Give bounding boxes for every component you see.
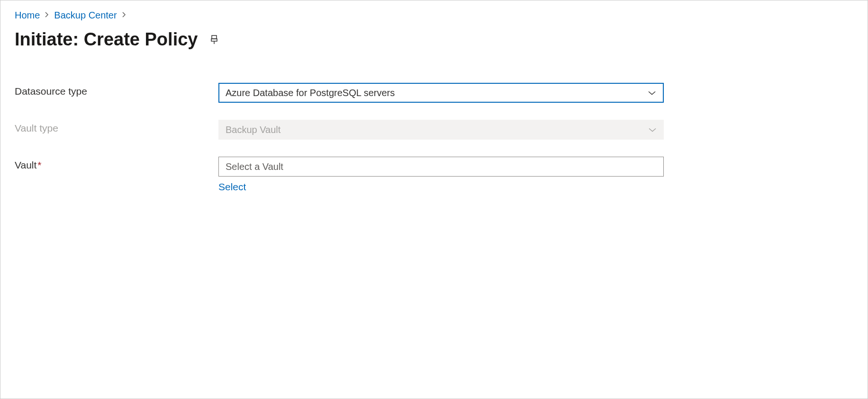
dropdown-datasource-type[interactable]: Azure Database for PostgreSQL servers xyxy=(218,83,664,103)
chevron-right-icon xyxy=(45,11,49,20)
chevron-down-icon xyxy=(648,88,656,98)
page-header: Initiate: Create Policy xyxy=(15,29,853,50)
pin-icon[interactable] xyxy=(209,35,219,45)
dropdown-vault-type-value: Backup Vault xyxy=(226,124,280,135)
label-datasource-type: Datasource type xyxy=(15,83,218,97)
chevron-down-icon xyxy=(648,124,657,135)
required-indicator: * xyxy=(37,160,41,170)
select-vault-link[interactable]: Select xyxy=(218,181,246,193)
form-row-vault-type: Vault type Backup Vault xyxy=(15,120,853,140)
breadcrumb: Home Backup Center xyxy=(15,10,853,21)
chevron-right-icon xyxy=(122,11,127,20)
input-vault[interactable] xyxy=(218,157,664,177)
breadcrumb-home[interactable]: Home xyxy=(15,10,40,21)
dropdown-datasource-type-value: Azure Database for PostgreSQL servers xyxy=(226,88,395,98)
label-vault-type: Vault type xyxy=(15,120,218,134)
dropdown-vault-type: Backup Vault xyxy=(218,120,664,140)
form-row-vault: Vault* Select xyxy=(15,157,853,193)
form-row-datasource-type: Datasource type Azure Database for Postg… xyxy=(15,83,853,103)
page-title: Initiate: Create Policy xyxy=(15,29,198,50)
breadcrumb-backup-center[interactable]: Backup Center xyxy=(54,10,117,21)
svg-rect-0 xyxy=(212,35,217,39)
label-vault: Vault* xyxy=(15,157,218,171)
